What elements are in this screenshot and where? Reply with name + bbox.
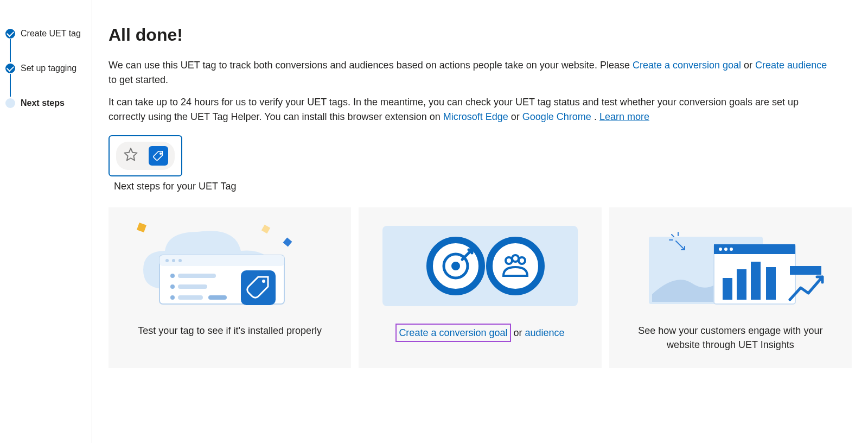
svg-rect-12 bbox=[178, 284, 207, 289]
browser-extension-illustration bbox=[108, 135, 182, 176]
step-connector bbox=[10, 39, 11, 62]
step-connector bbox=[10, 74, 11, 97]
microsoft-edge-link[interactable]: Microsoft Edge bbox=[443, 111, 508, 122]
svg-point-13 bbox=[170, 295, 175, 300]
svg-rect-2 bbox=[261, 225, 270, 233]
wizard-steps-sidebar: Create UET tag Set up tagging Next steps bbox=[0, 0, 92, 443]
check-icon bbox=[5, 29, 15, 39]
google-chrome-link[interactable]: Google Chrome bbox=[522, 111, 591, 122]
card-text: Create a conversion goal or audience bbox=[395, 324, 564, 342]
card-create-goal-audience: Create a conversion goal or audience bbox=[359, 207, 601, 368]
svg-point-17 bbox=[262, 280, 265, 283]
step-label: Set up tagging bbox=[21, 64, 76, 73]
intro-text: to get started. bbox=[108, 74, 168, 85]
verify-text: . bbox=[594, 111, 599, 122]
audience-link[interactable]: audience bbox=[525, 327, 565, 338]
check-icon bbox=[5, 64, 15, 73]
svg-rect-3 bbox=[283, 238, 292, 247]
svg-rect-37 bbox=[737, 269, 746, 300]
card-text-or: or bbox=[514, 327, 525, 338]
wizard-step-next-steps[interactable]: Next steps bbox=[5, 97, 92, 110]
main-content: All done! We can use this UET tag to tra… bbox=[92, 0, 868, 443]
svg-point-11 bbox=[170, 284, 175, 289]
svg-rect-5 bbox=[159, 255, 284, 266]
create-conversion-goal-link[interactable]: Create a conversion goal bbox=[399, 327, 507, 338]
svg-point-7 bbox=[172, 259, 175, 262]
card-text: Test your tag to see if it's installed p… bbox=[138, 324, 322, 338]
star-icon bbox=[123, 147, 139, 165]
illustration-insights bbox=[621, 218, 840, 314]
svg-rect-14 bbox=[178, 295, 203, 300]
create-audience-link[interactable]: Create audience bbox=[755, 60, 827, 71]
svg-rect-10 bbox=[178, 274, 216, 278]
svg-rect-36 bbox=[723, 278, 732, 300]
svg-point-35 bbox=[730, 248, 733, 251]
verify-text: or bbox=[511, 111, 522, 122]
card-text: See how your customers engage with your … bbox=[621, 324, 840, 352]
intro-text: We can use this UET tag to track both co… bbox=[108, 60, 633, 71]
svg-rect-39 bbox=[766, 267, 776, 300]
svg-point-8 bbox=[178, 259, 182, 262]
intro-text: or bbox=[744, 60, 755, 71]
illustration-cloud-tag bbox=[120, 218, 339, 314]
svg-point-9 bbox=[170, 274, 175, 278]
wizard-step-setup-tagging[interactable]: Set up tagging bbox=[5, 62, 92, 75]
svg-point-0 bbox=[160, 153, 162, 155]
circle-icon bbox=[5, 98, 15, 108]
verify-paragraph: It can take up to 24 hours for us to ver… bbox=[108, 95, 835, 124]
svg-rect-16 bbox=[241, 270, 276, 305]
svg-point-33 bbox=[719, 248, 722, 251]
svg-rect-40 bbox=[790, 266, 821, 275]
extension-caption: Next steps for your UET Tag bbox=[114, 181, 852, 192]
svg-rect-15 bbox=[208, 295, 227, 300]
svg-rect-1 bbox=[137, 223, 146, 232]
step-label: Create UET tag bbox=[21, 29, 81, 39]
create-conversion-goal-link[interactable]: Create a conversion goal bbox=[633, 60, 741, 71]
card-uet-insights[interactable]: See how your customers engage with your … bbox=[609, 207, 852, 368]
svg-rect-38 bbox=[751, 262, 761, 300]
card-test-tag[interactable]: Test your tag to see if it's installed p… bbox=[108, 207, 351, 368]
next-steps-cards: Test your tag to see if it's installed p… bbox=[108, 207, 852, 368]
illustration-goal-audience bbox=[371, 218, 589, 314]
tag-icon bbox=[149, 146, 168, 166]
page-title: All done! bbox=[108, 25, 852, 45]
svg-point-6 bbox=[165, 259, 169, 262]
svg-line-30 bbox=[672, 235, 674, 237]
intro-paragraph: We can use this UET tag to track both co… bbox=[108, 58, 835, 87]
step-label: Next steps bbox=[21, 98, 65, 108]
extension-pill bbox=[116, 142, 175, 170]
svg-point-21 bbox=[451, 262, 460, 270]
learn-more-link[interactable]: Learn more bbox=[599, 111, 649, 122]
wizard-step-create-uet[interactable]: Create UET tag bbox=[5, 27, 92, 40]
highlighted-link-box: Create a conversion goal bbox=[395, 324, 510, 342]
svg-point-34 bbox=[724, 248, 727, 251]
